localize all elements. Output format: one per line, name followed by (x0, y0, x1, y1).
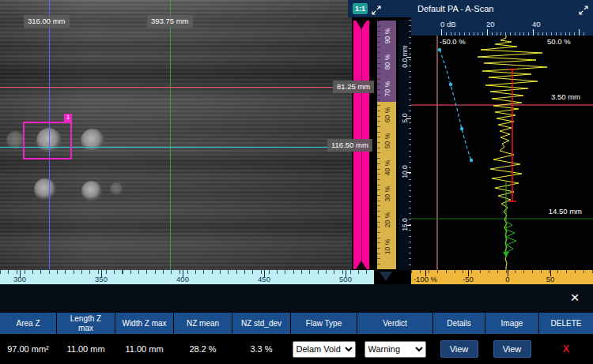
col-header-area-z: Area Z (0, 313, 56, 334)
flaw-blob (81, 181, 102, 201)
amp-axis-label: 50 (534, 275, 566, 283)
cell-nz-mean: 28.2 % (174, 335, 232, 363)
percent-label: 30 % (383, 180, 392, 208)
cscan-image[interactable]: 316.00 mm 393.75 mm 1 (0, 0, 352, 270)
ascan-panel-title: Default PA - A-Scan (417, 4, 493, 13)
db-label: 40 (532, 20, 541, 28)
col-header-image: Image (485, 313, 538, 334)
col-header-width-z: Width Z max (115, 313, 173, 334)
ndt-inspection-app: 316.00 mm 393.75 mm 1 81.25 mm 116.50 mm… (0, 0, 593, 364)
amplitude-axis-ruler: -100 % -50 0 50 (411, 270, 593, 284)
ruler-label: 300 (6, 275, 34, 283)
zoom-ratio-badge[interactable]: 1:1 (353, 3, 368, 14)
cell-length-z: 11.00 mm (57, 335, 115, 363)
gain-db-ruler: 0 dB 20 40 (411, 17, 593, 36)
cell-nz-std-dev: 3.3 % (232, 335, 290, 363)
close-icon[interactable]: × (566, 289, 584, 306)
percent-label: 80 % (383, 48, 392, 77)
depth-cursor2-label: 14.50 mm (549, 207, 582, 216)
amp-axis-label: -50 (452, 275, 484, 283)
index-cursor-hline-red[interactable] (0, 87, 352, 88)
ruler-minor-ticks (0, 270, 374, 274)
col-header-verdict: Verdict (357, 313, 432, 334)
ruler-minor-ticks (411, 270, 593, 273)
cursor-h1-label[interactable]: 81.25 mm (333, 81, 374, 93)
flaw-results-table: Area Z Length Z max Width Z max NZ mean … (0, 313, 593, 363)
percent-label: 90 % (383, 22, 392, 51)
cursor-v1-label[interactable]: 316.00 mm (24, 15, 70, 28)
scan-cursor-vline-green[interactable] (170, 0, 171, 270)
ruler-major-tick (487, 29, 488, 36)
db-label: 20 (486, 20, 495, 28)
image-view-button[interactable]: View (493, 340, 531, 358)
percent-label: 70 % (383, 75, 392, 103)
depth-label: 5.0 (401, 104, 410, 133)
palette-percent-ruler: 90 % 80 % 70 % 60 % 50 % 40 % 30 % 20 % … (376, 20, 397, 270)
percent-label: 60 % (383, 101, 392, 129)
amp-axis-label: -100 % (410, 275, 441, 283)
flaw-blob (81, 129, 104, 152)
ruler-label: 350 (87, 275, 115, 283)
ruler-label: 400 (168, 275, 197, 283)
ascan-titlebar: 1:1 Default PA - A-Scan (348, 0, 593, 17)
ruler-major-tick (579, 29, 580, 36)
amp-min-label: -50.0 % (440, 37, 466, 46)
col-header-details: Details (433, 313, 485, 334)
col-header-delete: DELETE (539, 313, 593, 334)
table-toolbar (0, 284, 593, 313)
indication-selection-box[interactable]: 1 (23, 122, 72, 159)
ascan-plot-svg (411, 36, 593, 270)
percent-label: 20 % (383, 206, 392, 235)
palette-pointer-bottom[interactable] (356, 261, 367, 269)
depth-label: 15.0 (401, 211, 410, 239)
cell-width-z: 11.00 mm (115, 335, 173, 363)
ruler-pointer (380, 272, 392, 281)
ruler-minor-ticks (377, 21, 380, 269)
cell-area-z: 97.00 mm² (0, 335, 56, 363)
col-header-length-z: Length Z max (57, 313, 115, 334)
ruler-label: 500 (331, 275, 360, 283)
flaw-type-select[interactable]: Delam Void (293, 341, 356, 358)
percent-label: 40 % (383, 154, 392, 182)
percent-label: 50 % (383, 127, 392, 156)
expand-icon[interactable] (579, 4, 588, 18)
expand-icon[interactable] (372, 4, 381, 18)
delete-row-button[interactable]: X (563, 343, 569, 355)
cursor-v2-label[interactable]: 393.75 mm (147, 15, 193, 28)
ruler-major-tick (533, 29, 534, 36)
amp-axis-label: 0 (492, 275, 523, 283)
flaw-blob (110, 182, 123, 196)
details-view-button[interactable]: View (440, 340, 478, 358)
ruler-major-tick (441, 29, 442, 36)
scan-axis-ruler[interactable]: 300 350 400 450 500 (0, 270, 374, 284)
depth-cursor1-label: 3.50 mm (551, 92, 580, 101)
depth-label: 0.0 mm (401, 43, 410, 71)
col-header-nz-mean: NZ mean (174, 313, 232, 334)
col-header-flaw-type: Flaw Type (291, 313, 357, 334)
ruler-label: 450 (250, 275, 278, 283)
depth-ruler: 0.0 mm 5.0 10.0 15.0 (398, 20, 411, 270)
cursor-h2-label[interactable]: 116.50 mm (327, 139, 372, 152)
depth-label: 10.0 (401, 158, 410, 186)
ascan-plot[interactable]: -50.0 % 50.0 % 3.50 mm 14.50 mm (411, 36, 593, 270)
amp-max-label: 50.0 % (547, 37, 571, 46)
verdict-select[interactable]: Warning (364, 341, 426, 358)
indication-number-badge: 1 (64, 114, 72, 122)
palette-pointer-top[interactable] (356, 21, 367, 29)
col-header-nz-std-dev: NZ std_dev (232, 313, 290, 334)
flaw-blob (34, 178, 56, 201)
percent-label: 10 % (383, 233, 392, 261)
db-label: 0 dB (440, 20, 456, 28)
